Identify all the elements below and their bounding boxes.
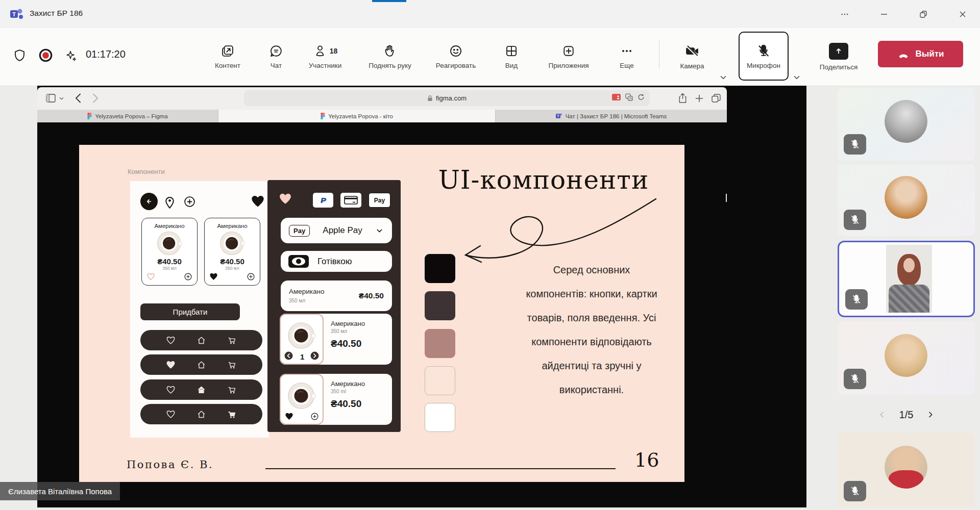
toolbar-share-button[interactable]: Поделиться (809, 32, 868, 81)
pagination-next-icon[interactable] (926, 411, 935, 419)
coffee-photo (219, 230, 246, 257)
add-button[interactable] (183, 195, 196, 208)
new-tab-icon[interactable] (695, 94, 703, 103)
participant-tile-1[interactable] (838, 88, 975, 161)
product-card[interactable]: Американо ₴40.50 350 мл (141, 218, 198, 286)
hangup-phone-icon (897, 47, 910, 61)
window-more-button[interactable] (833, 7, 856, 22)
favorites-heart-icon (279, 192, 292, 206)
location-pin-icon[interactable] (163, 194, 177, 209)
translate-icon[interactable] (625, 93, 633, 101)
navbar-variant-4[interactable] (140, 404, 262, 424)
browser-tab-figma-1[interactable]: Yelyzaveta Popova – Figma (37, 110, 218, 122)
browser-back-button[interactable] (75, 93, 81, 103)
product-volume: 350 мл (225, 266, 239, 271)
applepay-label: Apple Pay (316, 225, 369, 236)
browser-address-bar[interactable]: figma.com (244, 90, 650, 106)
paypal-chip[interactable]: P (313, 193, 333, 208)
browser-forward-button[interactable] (92, 93, 99, 103)
back-button[interactable] (140, 193, 158, 210)
participant-tile-3-active[interactable] (838, 241, 975, 317)
reload-icon[interactable] (638, 93, 645, 101)
buy-button[interactable]: Придбати (140, 303, 240, 320)
add-to-cart-button[interactable] (310, 412, 319, 421)
window-titlebar: T Захист БР 186 (0, 0, 980, 28)
mic-muted-badge (844, 134, 866, 155)
camera-off-icon (684, 43, 700, 59)
buy-button-label: Придбати (173, 308, 208, 316)
order-summary-row: Американо 350 мл ₴40.50 (281, 280, 392, 311)
product-volume: 350 ml (331, 389, 392, 394)
participant-tile-5[interactable] (838, 432, 975, 507)
leave-meeting-button[interactable]: Выйти (878, 41, 963, 67)
toolbar-camera-button[interactable]: Камера (663, 32, 722, 81)
cart-item-card: 1 Американо 350 мл ₴40.50 (280, 314, 392, 365)
shield-icon[interactable] (13, 48, 27, 62)
card-chip[interactable] (340, 193, 361, 208)
more-dots-icon (620, 44, 634, 58)
toolbar-more-label: Еще (620, 62, 633, 69)
palette-swatch-black (425, 254, 455, 283)
toolbar-apps-button[interactable]: Приложения (539, 32, 598, 81)
add-to-cart-button[interactable] (184, 272, 192, 281)
favorite-heart-icon[interactable] (209, 272, 218, 281)
sidebar-chevron-icon[interactable] (59, 97, 64, 100)
toolbar-mic-label: Микрофон (747, 62, 780, 69)
window-minimize-button[interactable] (872, 7, 896, 22)
applepay-dropdown[interactable]: Pay Apple Pay (281, 218, 392, 243)
participant-tile-2[interactable] (838, 164, 975, 236)
toolbar-view-button[interactable]: Вид (482, 32, 541, 81)
product-card[interactable]: Американо ₴40.50 350 мл (204, 218, 260, 286)
address-bar-url: figma.com (436, 94, 467, 102)
browser-tab-strip: Yelyzaveta Popova – Figma Yelyzaveta Pop… (37, 110, 727, 122)
window-close-button[interactable] (951, 7, 974, 22)
home-icon (197, 385, 206, 395)
browser-share-icon[interactable] (678, 92, 687, 104)
video-person-face (903, 258, 915, 272)
product-name: Американо (289, 288, 325, 295)
toolbar-participants-button[interactable]: 18 Участники (296, 32, 355, 81)
navbar-variant-1[interactable] (140, 330, 262, 350)
cart-icon (227, 360, 237, 370)
favorites-heart-icon[interactable] (251, 194, 265, 209)
participant-tile-4[interactable] (838, 321, 975, 395)
add-to-cart-button[interactable] (247, 272, 255, 281)
toolbar-more-button[interactable]: Еще (597, 32, 656, 81)
mic-options-chevron-icon[interactable] (792, 73, 801, 82)
qty-increase-button[interactable] (310, 351, 320, 361)
pagination-prev-icon[interactable] (878, 411, 886, 419)
navbar-variant-2[interactable] (140, 354, 262, 375)
browser-tab-teams[interactable]: T Чат | Захист БР 186 | Microsoft Teams (496, 110, 727, 122)
applepay-chip[interactable]: Pay (369, 193, 390, 208)
qty-decrease-button[interactable] (284, 351, 293, 361)
tab-label: Yelyzaveta Popova - кіто (328, 113, 393, 119)
leave-button-label: Выйти (915, 49, 944, 59)
copilot-sparkle-icon[interactable] (65, 50, 78, 62)
toolbar-react-button[interactable]: Реагировать (426, 32, 485, 81)
pagination-label: 1/5 (899, 409, 914, 421)
window-title: Захист БР 186 (30, 9, 83, 18)
cart-item-card: Американо 350 ml ₴40.50 (280, 374, 392, 425)
tab-overview-icon[interactable] (712, 94, 721, 103)
toolbar-raise-hand-button[interactable]: Поднять руку (360, 32, 420, 81)
browser-sidebar-icon[interactable] (46, 94, 56, 103)
favorite-heart-icon[interactable] (146, 272, 155, 281)
privacy-report-icon[interactable] (612, 94, 621, 100)
toolbar-participants-label: Участники (309, 62, 342, 69)
participants-icon (313, 44, 327, 58)
mockup-checkout-panel: P Pay Pay Apple Pay Готівкою Американо 3… (267, 180, 401, 432)
navbar-variant-3[interactable] (140, 379, 262, 400)
window-restore-button[interactable] (912, 7, 935, 22)
camera-options-chevron-icon[interactable] (719, 73, 728, 82)
tab-label: Чат | Захист БР 186 | Microsoft Teams (566, 113, 667, 119)
product-volume: 350 мл (162, 266, 176, 271)
browser-tab-figma-2[interactable]: Yelyzaveta Popova - кіто (218, 110, 496, 122)
toolbar-mic-button[interactable]: Микрофон (739, 32, 789, 81)
cash-option[interactable]: Готівкою (281, 251, 392, 272)
avatar-shirt (889, 470, 923, 489)
product-price: ₴40.50 (220, 257, 244, 266)
mic-muted-badge (844, 210, 866, 230)
share-up-arrow-icon (829, 43, 848, 60)
favorite-heart-icon[interactable] (285, 412, 293, 421)
heart-icon (166, 410, 176, 419)
